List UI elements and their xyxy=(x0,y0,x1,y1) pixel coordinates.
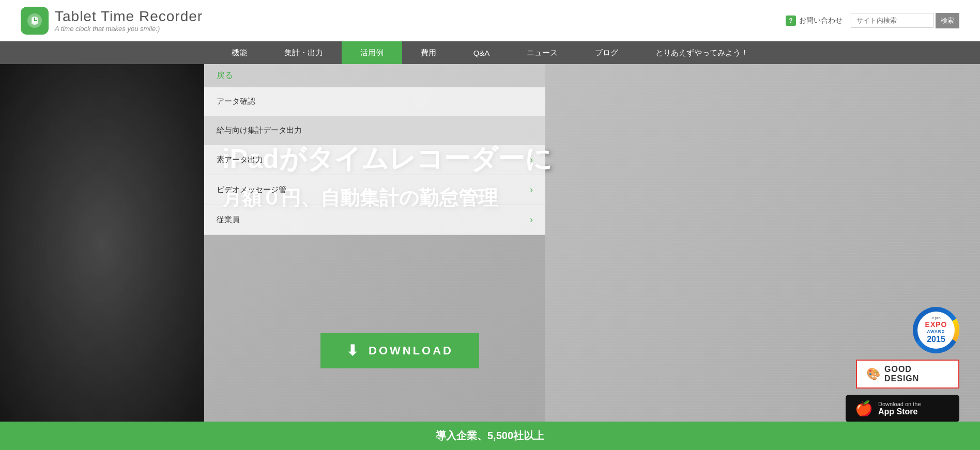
sidebar-item-aggregation-output[interactable]: 給与向け集計データ出力 xyxy=(204,116,545,145)
nav-item-blog[interactable]: ブログ xyxy=(576,41,637,64)
search-area: 検索 xyxy=(851,13,959,28)
expo-year-label: 2015 xyxy=(927,334,945,344)
nav-item-qa[interactable]: Q&A xyxy=(455,41,509,64)
sidebar-item-raw-data[interactable]: 素アータ出力 › xyxy=(204,145,545,175)
contact-icon: ? xyxy=(786,15,796,26)
good-design-label: GOOD DESIGN xyxy=(884,365,949,383)
logo-icon xyxy=(21,7,49,35)
search-button[interactable]: 検索 xyxy=(936,13,959,28)
nav-item-aggregation[interactable]: 集計・出力 xyxy=(266,41,342,64)
nav-item-try[interactable]: とりあえずやってみよう！ xyxy=(637,41,767,64)
header-right: ? お問い合わせ 検索 xyxy=(786,13,959,28)
contact-label: お問い合わせ xyxy=(799,16,843,25)
expo-expo-label: EXPO xyxy=(925,320,947,329)
header: Tablet Time Recorder A time clock that m… xyxy=(0,0,980,41)
download-button[interactable]: ⬇ DOWNLOAD xyxy=(320,333,479,368)
nav-item-features[interactable]: 機能 xyxy=(213,41,266,64)
search-input[interactable] xyxy=(851,13,933,28)
download-icon: ⬇ xyxy=(346,342,360,359)
appstore-small-text: Download on the xyxy=(878,401,921,407)
expo-outer: it pro EXPO AWARD 2015 xyxy=(913,307,959,353)
sidebar-item-data-confirm[interactable]: アータ確認 xyxy=(204,87,545,116)
good-design-icon: 🎨 xyxy=(866,367,880,381)
right-badges: it pro EXPO AWARD 2015 🎨 GOOD DESIGN 🍎 D… xyxy=(846,307,959,422)
expo-award-badge: it pro EXPO AWARD 2015 xyxy=(913,307,959,353)
arrow-icon-3: › xyxy=(530,214,533,225)
download-label: DOWNLOAD xyxy=(369,344,453,358)
expo-inner: it pro EXPO AWARD 2015 xyxy=(917,312,955,349)
download-button-wrap: ⬇ DOWNLOAD xyxy=(320,333,479,368)
nav-item-news[interactable]: ニュース xyxy=(508,41,576,64)
contact-link[interactable]: ? お問い合わせ xyxy=(786,15,843,26)
logo-title: Tablet Time Recorder xyxy=(55,8,203,25)
logo-area: Tablet Time Recorder A time clock that m… xyxy=(21,7,203,35)
expo-award-label: AWARD xyxy=(927,329,945,334)
sidebar-back-button[interactable]: 戻る xyxy=(204,64,545,87)
bg-left xyxy=(0,64,204,426)
nav-item-usage[interactable]: 活用例 xyxy=(342,41,402,64)
logo-svg xyxy=(26,12,43,29)
logo-subtitle: A time clock that makes you smile:) xyxy=(55,25,203,33)
expo-it-label: it pro xyxy=(931,316,941,320)
sidebar-menu: 戻る アータ確認 給与向け集計データ出力 素アータ出力 › ビデオメッセージ管 … xyxy=(204,64,545,235)
bottom-bar: 導入企業、5,500社以上 xyxy=(0,422,980,450)
arrow-icon: › xyxy=(530,154,533,165)
sidebar-item-employee[interactable]: 従業員 › xyxy=(204,205,545,235)
arrow-icon-2: › xyxy=(530,184,533,195)
logo-text: Tablet Time Recorder A time clock that m… xyxy=(55,8,203,33)
appstore-text: Download on the App Store xyxy=(878,401,921,416)
apple-icon: 🍎 xyxy=(855,400,873,417)
bg-left-inner xyxy=(0,64,204,426)
good-design-badge: 🎨 GOOD DESIGN xyxy=(856,360,959,389)
bottom-bar-text: 導入企業、5,500社以上 xyxy=(436,430,544,441)
appstore-large-text: App Store xyxy=(878,407,921,416)
main-content: 戻る アータ確認 給与向け集計データ出力 素アータ出力 › ビデオメッセージ管 … xyxy=(0,64,980,426)
main-nav: 機能 集計・出力 活用例 費用 Q&A ニュース ブログ とりあえずやってみよう… xyxy=(0,41,980,64)
appstore-badge[interactable]: 🍎 Download on the App Store xyxy=(846,395,959,422)
sidebar-item-video-message[interactable]: ビデオメッセージ管 › xyxy=(204,175,545,205)
nav-item-cost[interactable]: 費用 xyxy=(402,41,455,64)
